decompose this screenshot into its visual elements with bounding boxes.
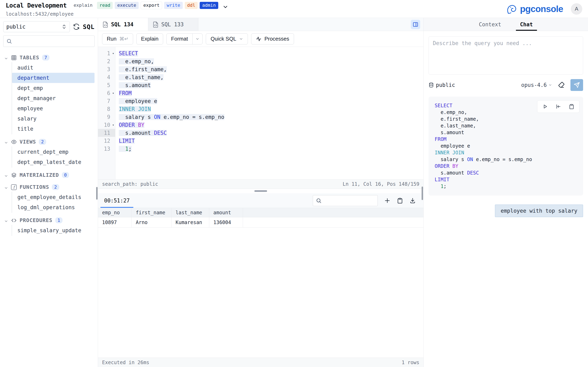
sidebar-scrollbar[interactable] [96, 187, 98, 200]
section-header-tables[interactable]: TABLES7 [0, 53, 98, 62]
split-panel-icon [413, 22, 418, 27]
column-header-last_name[interactable]: last_name [172, 208, 209, 217]
chevron-down-icon [4, 56, 8, 60]
fold-arrow-icon[interactable]: ▾ [112, 52, 114, 55]
editor-line-1: 1▾SELECT [98, 49, 424, 57]
connection-url: localhost:5432/employee [6, 11, 228, 17]
quick-sql-button[interactable]: Quick SQL [206, 33, 248, 44]
table-row[interactable]: 10897ArnoKumaresan136004 [98, 217, 424, 227]
editor-line-11: 11 s.amount DESC [98, 129, 424, 137]
new-sql-button[interactable]: SQL [83, 23, 95, 30]
send-button[interactable] [571, 79, 583, 91]
sidebar-search-input[interactable] [14, 38, 91, 44]
tree-item-dept_emp[interactable]: dept_emp [12, 83, 95, 93]
column-header-amount[interactable]: amount [209, 208, 243, 217]
download-icon[interactable] [410, 198, 416, 204]
insert-into-editor-icon[interactable] [555, 104, 561, 109]
assistant-sql-code: SELECT e.emp_no, e.first_name, e.last_na… [435, 102, 577, 190]
tree-item-title[interactable]: title [12, 124, 95, 134]
refresh-icon[interactable] [73, 24, 80, 30]
tree-item-salary[interactable]: salary [12, 114, 95, 124]
elephant-logo-icon [506, 3, 518, 15]
permission-badge-ddl[interactable]: ddl [185, 2, 198, 9]
fold-arrow-icon[interactable]: ▾ [112, 91, 114, 95]
tree-item-simple_salary_update[interactable]: simple_salary_update [12, 225, 95, 235]
fold-arrow-icon[interactable]: ▾ [112, 123, 114, 127]
section-header-views[interactable]: VIEWS2 [0, 137, 98, 146]
tab-chat[interactable]: Chat [519, 18, 534, 31]
tab-label: SQL 134 [111, 21, 134, 27]
results-toolbar: 00:51:27 [98, 193, 424, 208]
results-timer-tab[interactable]: 00:51:27 [100, 193, 133, 208]
chevron-down-icon[interactable] [222, 4, 228, 10]
permission-badge-admin[interactable]: admin [200, 2, 218, 9]
section-label: FUNCTIONS [20, 184, 49, 190]
permission-badge-execute[interactable]: execute [115, 2, 139, 9]
run-query-icon[interactable] [542, 104, 548, 109]
tree-item-department[interactable]: department [12, 73, 95, 83]
query-prompt-input[interactable] [429, 36, 583, 75]
permission-badge-export[interactable]: export [141, 2, 162, 9]
results-search-input[interactable] [324, 198, 375, 203]
results-search[interactable] [313, 195, 378, 206]
run-button[interactable]: Run ⌘↵ [102, 33, 133, 44]
table-cell: Kumaresan [172, 217, 209, 227]
sql-message-toolbar [537, 100, 579, 113]
copy-clipboard-icon[interactable] [569, 104, 574, 109]
search-icon [6, 38, 12, 44]
tab-sql-133[interactable]: SQL 133 [148, 18, 199, 31]
section-header-procedures[interactable]: PROCEDURES1 [0, 216, 98, 225]
section-label: PROCEDURES [20, 217, 52, 223]
code-icon [11, 217, 17, 223]
schema-select[interactable]: public [3, 21, 70, 32]
drag-handle[interactable] [254, 190, 267, 192]
column-header-first_name[interactable]: first_name [132, 208, 172, 217]
tree-item-employee[interactable]: employee [12, 103, 95, 114]
line-number: 4 [98, 73, 115, 81]
line-number: 9 [98, 113, 115, 121]
function-icon: f [11, 184, 17, 190]
chevron-down-icon[interactable] [195, 37, 199, 41]
column-header-emp_no[interactable]: emp_no [98, 208, 132, 217]
tab-sql-134[interactable]: SQL 134 [98, 18, 148, 31]
sql-file-icon [153, 21, 158, 27]
logo-text: pgconsole [520, 4, 563, 14]
sql-tabs: SQL 134SQL 133 [98, 18, 199, 31]
tree-item-dept_emp_latest_date[interactable]: dept_emp_latest_date [12, 157, 95, 167]
split-view-button[interactable] [411, 20, 420, 29]
permission-badge-read[interactable]: read [97, 2, 113, 9]
add-icon[interactable] [384, 198, 390, 204]
line-number: 10▾ [98, 121, 115, 129]
connection-info: Local Development explainreadexecuteexpo… [6, 1, 228, 17]
section-header-functions[interactable]: fFUNCTIONS2 [0, 183, 98, 192]
avatar[interactable]: A [571, 3, 582, 15]
tree-item-get_employee_details[interactable]: get_employee_details [12, 192, 95, 202]
model-selector[interactable]: opus-4.6 [521, 82, 552, 88]
editor-scrollbar[interactable] [422, 187, 423, 200]
pane-resize-divider[interactable] [98, 189, 424, 193]
sidebar-search[interactable] [3, 35, 95, 47]
line-number: 7 [98, 97, 115, 105]
count-badge: 7 [42, 55, 49, 60]
results-empty-area [98, 227, 424, 358]
processes-button[interactable]: Processes [251, 33, 294, 44]
section-header-materialized[interactable]: MATERIALIZED0 [0, 170, 98, 180]
tree-item-current_dept_emp[interactable]: current_dept_emp [12, 147, 95, 157]
tab-context[interactable]: Context [477, 18, 502, 31]
chevron-down-icon [4, 185, 8, 189]
format-button[interactable]: Format [166, 33, 203, 44]
editor-line-10: 10▾ORDER BY [98, 121, 424, 129]
results-table-body: 10897ArnoKumaresan136004 [98, 217, 424, 227]
assistant-sql-message: SELECT e.emp_no, e.first_name, e.last_na… [429, 97, 583, 196]
permission-badge-write[interactable]: write [164, 2, 182, 9]
tree-item-audit[interactable]: audit [12, 63, 95, 73]
sql-editor[interactable]: 1▾SELECT2 e.emp_no,3 e.first_name,4 e.la… [98, 47, 424, 179]
count-badge: 2 [39, 139, 46, 145]
permission-badge-explain[interactable]: explain [71, 2, 95, 9]
explain-button[interactable]: Explain [136, 33, 163, 44]
tree-item-dept_manager[interactable]: dept_manager [12, 93, 95, 103]
tree-item-log_dml_operations[interactable]: log_dml_operations [12, 202, 95, 212]
schema-context-label: public [436, 82, 455, 88]
clear-chat-button[interactable] [558, 82, 565, 89]
copy-clipboard-icon[interactable] [397, 198, 403, 204]
